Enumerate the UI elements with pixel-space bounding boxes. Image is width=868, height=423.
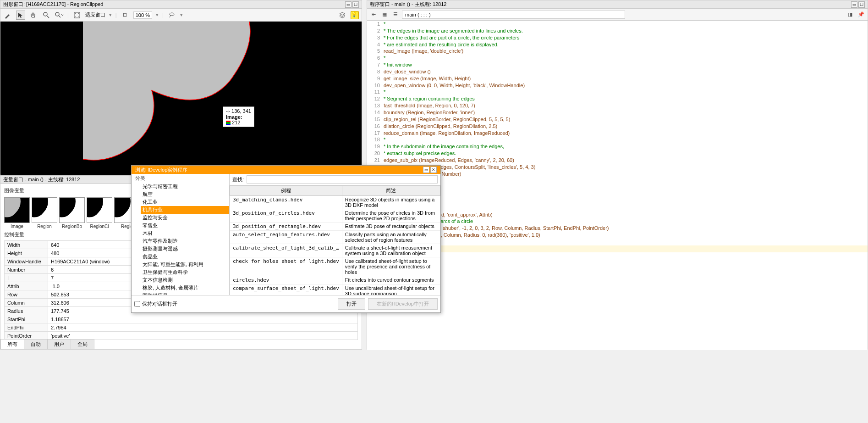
code-line[interactable]: 18* bbox=[369, 136, 868, 143]
category-item[interactable]: 机具行业 bbox=[141, 206, 229, 214]
minimize-button[interactable]: ▭ bbox=[345, 1, 352, 8]
category-item[interactable]: 汽车零件及制造 bbox=[143, 237, 229, 245]
thumb-region[interactable]: Region bbox=[32, 197, 57, 229]
thumb-regioncl[interactable]: RegionCl bbox=[87, 197, 112, 229]
lasso-icon[interactable] bbox=[167, 11, 176, 20]
example-row[interactable]: compare_surface_sheet_of_light.hdevUse u… bbox=[230, 284, 440, 295]
code-line[interactable]: by 1 bbox=[369, 198, 868, 205]
code-line[interactable]: 9get_image_size (Image, Width, Height) bbox=[369, 75, 868, 82]
category-item[interactable]: 航空 bbox=[143, 190, 229, 198]
code-line[interactable]: 17reduce_domain (Image, RegionDilation, … bbox=[369, 130, 868, 137]
code-line[interactable]: 16dilation_circle (RegionClipped, Region… bbox=[369, 123, 868, 130]
code-line[interactable]: 6* bbox=[369, 55, 868, 61]
category-item[interactable]: 医学供应品 bbox=[143, 292, 229, 295]
pointer-icon[interactable] bbox=[16, 11, 25, 20]
example-row[interactable]: 3d_position_of_rectangle.hdevEstimate 3D… bbox=[230, 223, 440, 231]
keep-open-input[interactable] bbox=[134, 301, 140, 307]
code-line[interactable]: rsSplit, ObjectSelected, I) bbox=[369, 205, 868, 212]
code-line[interactable]: 22segment_contours_xld (Edges, ContoursS… bbox=[369, 164, 868, 171]
hand-icon[interactable] bbox=[29, 11, 38, 20]
code-editor[interactable]: 1*2* The edges in the image are segmente… bbox=[367, 21, 868, 350]
code-line[interactable]: 14boundary (Region, RegionBorder, 'inner… bbox=[369, 109, 868, 116]
dialog-close-button[interactable]: ✕ bbox=[430, 167, 437, 173]
code-line[interactable]: 23count_obj (ContoursSplit, Number) bbox=[369, 171, 868, 178]
category-item[interactable]: 太阳能, 可重生能源, 再利用 bbox=[143, 261, 229, 268]
example-row[interactable]: circles.hdevFit circles into curved cont… bbox=[230, 276, 440, 284]
code-line[interactable]: 20* extract subpixel precise edges. bbox=[369, 150, 868, 157]
thumb-image[interactable]: Image bbox=[4, 197, 30, 229]
code-line[interactable]: ontCircle) bbox=[369, 239, 868, 245]
code-line[interactable]: f') bbox=[369, 191, 868, 198]
code-line[interactable]: 15clip_region_rel (RegionBorder, RegionC… bbox=[369, 116, 868, 123]
tab-0[interactable]: 所有 bbox=[0, 339, 24, 349]
category-item[interactable]: 食品业 bbox=[143, 253, 229, 261]
code-line[interactable]: 19* In the subdomain of the image contai… bbox=[369, 143, 868, 150]
dialog-min-button[interactable]: ▭ bbox=[423, 167, 429, 173]
category-item[interactable]: 木材 bbox=[143, 229, 229, 237]
category-tree[interactable]: 分类 光学与精密工程航空化工业机具行业监控与安全零售业木材汽车零件及制造摄影测量… bbox=[132, 174, 230, 295]
tab-2[interactable]: 用户 bbox=[47, 339, 71, 349]
ctrl-row[interactable]: EndPhi2.7984 bbox=[5, 323, 358, 332]
col-example[interactable]: 例程 bbox=[230, 186, 342, 196]
fit-window-label[interactable]: 适应窗口 bbox=[85, 11, 105, 18]
category-item[interactable]: 文本信息检测 bbox=[143, 276, 229, 284]
code-line[interactable]: 25dev_set_draw ('margin') bbox=[369, 184, 868, 191]
list-icon[interactable]: ☰ bbox=[391, 10, 400, 19]
brush-icon[interactable] bbox=[3, 11, 12, 20]
example-row[interactable]: check_for_holes_sheet_of_light.hdevUse c… bbox=[230, 257, 440, 276]
maximize-button[interactable]: ☐ bbox=[858, 1, 865, 8]
keep-open-checkbox[interactable]: 保持对话框打开 bbox=[134, 301, 177, 307]
code-line[interactable]: 4* are estimated and the resulting circl… bbox=[369, 41, 868, 48]
hier-icon[interactable]: ◨ bbox=[846, 10, 855, 19]
tab-1[interactable]: 自动 bbox=[24, 339, 48, 349]
code-line[interactable]: 8dev_close_window () bbox=[369, 68, 868, 75]
code-line[interactable]: 24dev_display (Image) bbox=[369, 177, 868, 184]
code-line[interactable]: 1* bbox=[369, 21, 868, 28]
zoom-dropdown-icon[interactable] bbox=[55, 11, 64, 20]
col-desc[interactable]: 简述 bbox=[342, 186, 440, 196]
zoom-icon[interactable] bbox=[42, 11, 51, 20]
open-button[interactable]: 打开 bbox=[338, 298, 365, 310]
procedure-selector[interactable]: main ( : : : ) bbox=[402, 11, 625, 19]
category-item[interactable]: 摄影测量与遥感 bbox=[143, 245, 229, 253]
category-item[interactable]: 监控与安全 bbox=[143, 214, 229, 222]
code-line[interactable]: tour_xld (ObjectSelected, 'ahuber', -1, … bbox=[369, 225, 868, 232]
category-item[interactable]: 化工业 bbox=[143, 198, 229, 206]
minimize-button[interactable]: ▭ bbox=[851, 1, 857, 8]
ctrl-row[interactable]: StartPhi1.18657 bbox=[5, 315, 358, 323]
ctrl-row[interactable]: PointOrder'positive' bbox=[5, 332, 358, 340]
enter-proc-icon[interactable]: ⇤ bbox=[369, 10, 378, 19]
step-icon[interactable]: ▦ bbox=[380, 10, 389, 19]
example-row[interactable]: auto_select_region_features.hdevClassify… bbox=[230, 231, 440, 244]
code-line[interactable]: 11* bbox=[369, 89, 868, 95]
dialog-titlebar[interactable]: 浏览HDevelop实例程序 ▭ ✕ bbox=[132, 166, 440, 174]
code-line[interactable]: 13fast_threshold (Image, Region, 0, 120,… bbox=[369, 102, 868, 109]
search-input[interactable] bbox=[247, 175, 438, 184]
code-line[interactable]: 21edges_sub_pix (ImageReduced, Edges, 'c… bbox=[369, 157, 868, 164]
zoom-level[interactable]: 100 % bbox=[133, 11, 152, 19]
code-line[interactable]: 3* For the edges that are part of a circ… bbox=[369, 34, 868, 41]
maximize-button[interactable]: ☐ bbox=[352, 1, 359, 8]
code-line[interactable]: 10dev_open_window (0, 0, Width, Height, … bbox=[369, 82, 868, 89]
thumb-regionbo[interactable]: RegionBo bbox=[59, 197, 85, 229]
example-row[interactable]: 3d_position_of_circles.hdevDetermine the… bbox=[230, 209, 440, 223]
code-line[interactable]: 12* Segment a region containing the edge… bbox=[369, 95, 868, 102]
code-line[interactable]: the line segment that are arcs of a circ… bbox=[369, 218, 868, 225]
code-line[interactable]: _attrib_xld (ObjectSelected, 'cont_appro… bbox=[369, 212, 868, 218]
code-line[interactable]: tour_xld (ContCircle, Row, Column, Radiu… bbox=[369, 232, 868, 239]
category-item[interactable]: 卫生保健与生命科学 bbox=[143, 268, 229, 276]
pin-icon[interactable]: 📌 bbox=[857, 10, 866, 19]
target-icon[interactable]: ⊡ bbox=[121, 11, 130, 20]
graphics-canvas[interactable]: ⊹ 136, 341 Image: 212 bbox=[0, 22, 362, 175]
examples-table[interactable]: 例程 简述 3d_matching_clamps.hdevRecognize 3… bbox=[230, 185, 440, 295]
code-line[interactable]: plit) bbox=[369, 245, 868, 252]
fit-window-icon[interactable] bbox=[72, 11, 82, 20]
code-line[interactable]: 2* The edges in the image are segmented … bbox=[369, 28, 868, 34]
example-row[interactable]: calibrate_sheet_of_light_3d_calib_…Calib… bbox=[230, 244, 440, 257]
category-item[interactable]: 橡胶, 人造材料, 金属薄片 bbox=[143, 284, 229, 292]
tab-3[interactable]: 全局 bbox=[71, 339, 94, 349]
code-line[interactable]: 5read_image (Image, 'double_circle') bbox=[369, 48, 868, 55]
layers-icon[interactable] bbox=[338, 11, 347, 20]
category-item[interactable]: 光学与精密工程 bbox=[143, 183, 229, 190]
category-item[interactable]: 零售业 bbox=[143, 222, 229, 229]
